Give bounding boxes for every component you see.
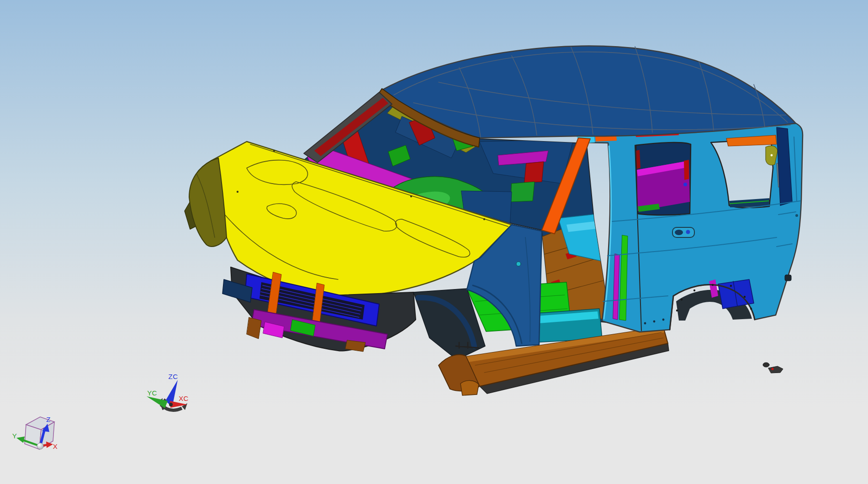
cad-viewport[interactable]: ZC YC XC Z Y X bbox=[0, 0, 868, 484]
debris-red-dot bbox=[771, 368, 773, 370]
door-handle[interactable] bbox=[672, 227, 694, 237]
quarter-hole bbox=[795, 214, 798, 217]
window-red-bit bbox=[684, 160, 689, 180]
y-axis-label: Y bbox=[12, 432, 17, 440]
rear-door-window bbox=[636, 142, 691, 215]
z-axis-label: Z bbox=[46, 416, 51, 423]
quarter-vent-slot bbox=[785, 275, 791, 281]
x-axis-label: X bbox=[53, 442, 58, 450]
debris-bolt bbox=[763, 363, 769, 367]
bracket-hole bbox=[771, 154, 773, 157]
console-green-block bbox=[511, 182, 535, 202]
body-side[interactable] bbox=[577, 123, 803, 332]
wcs-yc-label: YC bbox=[147, 389, 157, 397]
console-red-block bbox=[524, 162, 544, 183]
wcs-origin[interactable] bbox=[169, 403, 173, 406]
wcs-zc-label: ZC bbox=[169, 373, 178, 380]
origin-sphere[interactable] bbox=[37, 443, 43, 449]
fender-teal-hole bbox=[516, 262, 521, 266]
rocker-nose-copper bbox=[460, 380, 479, 395]
window-blue-dot bbox=[683, 183, 687, 186]
wcs-xc-label: XC bbox=[179, 395, 189, 402]
